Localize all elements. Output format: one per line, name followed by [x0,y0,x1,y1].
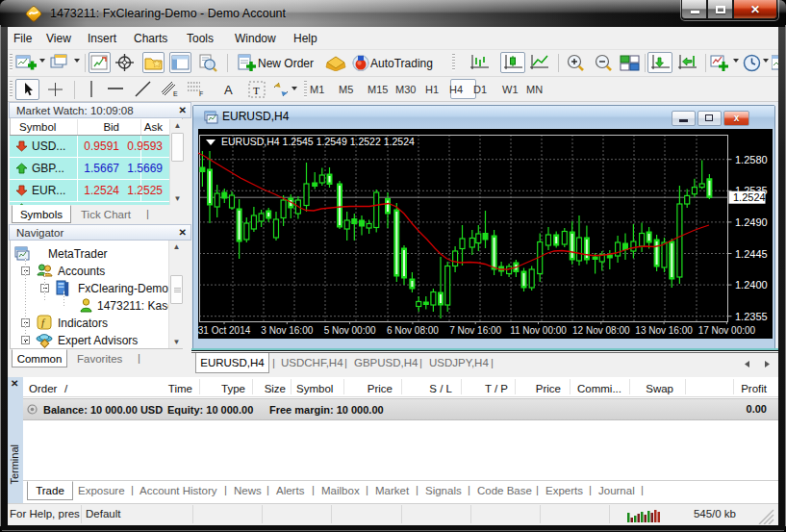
svg-text:12 Nov 08:00: 12 Nov 08:00 [572,325,630,336]
svg-text:5 Nov 00:00: 5 Nov 00:00 [324,325,376,336]
svg-text:1.2490: 1.2490 [735,216,768,228]
svg-text:7 Nov 16:00: 7 Nov 16:00 [449,325,501,336]
svg-text:1.2400: 1.2400 [735,279,768,291]
svg-text:6 Nov 08:00: 6 Nov 08:00 [387,325,439,336]
svg-text:E: E [173,90,178,97]
svg-text:3 Nov 16:00: 3 Nov 16:00 [261,325,313,336]
svg-text:1.2580: 1.2580 [735,154,768,165]
svg-text:1.2524: 1.2524 [733,191,766,203]
svg-text:31 Oct 2014: 31 Oct 2014 [198,325,251,336]
svg-text:T: T [253,85,260,96]
svg-text:13 Nov 16:00: 13 Nov 16:00 [635,325,693,336]
svg-text:1.2355: 1.2355 [735,311,768,322]
svg-text:EURUSD,H4 1.2545 1.2549 1.252: EURUSD,H4 1.2545 1.2549 1.2522 1.2524 [221,136,415,147]
svg-text:1.2445: 1.2445 [735,248,768,260]
svg-text:17 Nov 00:00: 17 Nov 00:00 [698,325,756,336]
svg-text:F: F [199,90,203,97]
svg-text:11 Nov 00:00: 11 Nov 00:00 [510,325,567,336]
